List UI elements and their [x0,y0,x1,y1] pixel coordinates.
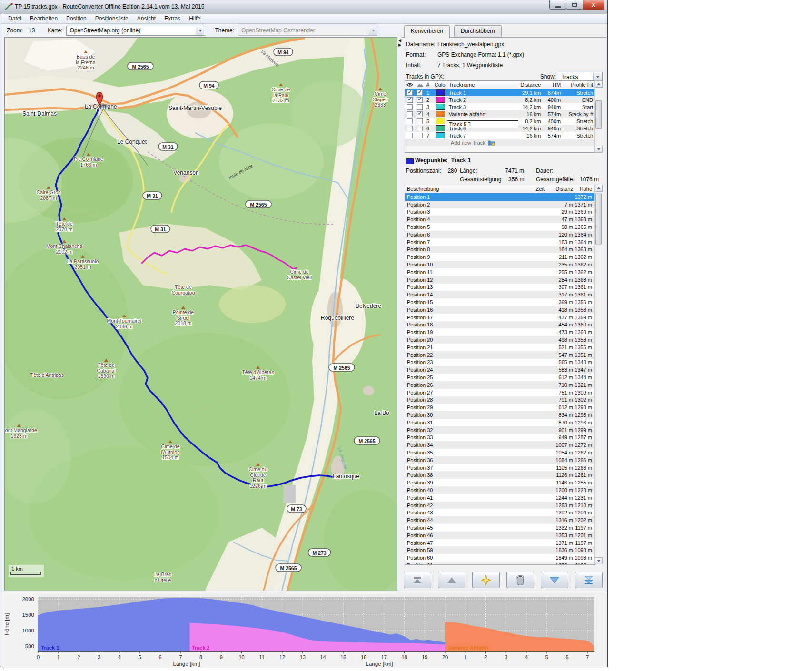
track-row[interactable]: 3Track 314,2 km940mStart [405,103,595,110]
track-visible-cell[interactable] [405,133,415,138]
position-row[interactable]: Position 30834 m1295 m [405,411,595,419]
position-row[interactable]: Position 31870 m1296 m [405,419,595,426]
track-profile-cell[interactable] [415,133,425,138]
position-row[interactable]: Position 17437 m1359 m [405,314,595,321]
show-select-arrow[interactable] [593,73,602,81]
track-color-swatch[interactable] [436,97,445,103]
position-row[interactable]: Position 32901 m1299 m [405,426,595,434]
position-row[interactable]: Position 329 m1369 m [405,208,595,216]
position-row[interactable]: Position 8184 m1363 m [405,246,595,254]
track-color-swatch[interactable] [436,118,445,124]
position-row[interactable]: Position 421283 m1210 m [405,502,595,509]
track-name-cell[interactable]: Track 1 [447,90,515,96]
position-row[interactable]: Position 381126 m1261 m [405,471,595,479]
scrollbar-thumb[interactable] [595,193,602,245]
position-row[interactable]: Position 431302 m1204 m [405,509,595,516]
position-row[interactable]: Position 6120 m1364 m [405,231,595,238]
move-down-button[interactable] [541,572,568,588]
profile-checkbox[interactable] [417,90,423,96]
menu-item-position[interactable]: Position [62,14,91,23]
hm-column-header[interactable]: HM [541,82,561,88]
track-color-cell[interactable] [435,97,447,103]
track-visible-cell[interactable] [405,118,415,124]
position-row[interactable]: Position 27 m1371 m [405,201,595,208]
position-row[interactable]: Position 361084 m1266 m [405,456,595,464]
track-color-swatch[interactable] [436,111,445,117]
position-row[interactable]: Position 24583 m1347 m [405,366,595,374]
position-row[interactable]: Position 11255 m1362 m [405,268,595,276]
track-profile-cell[interactable] [415,90,425,96]
tab-durchstoebern[interactable]: Durchstöbern [454,25,502,37]
track-profile-cell[interactable] [415,104,425,110]
visibility-checkbox[interactable] [407,118,413,124]
delete-position-button[interactable] [506,572,534,588]
position-row[interactable]: Position 19473 m1360 m [405,328,595,336]
track-profile-cell[interactable] [415,126,425,131]
move-to-bottom-button[interactable] [575,572,603,588]
track-name-cell[interactable]: Variante abfahrt [447,111,515,117]
track-color-swatch[interactable] [436,104,445,110]
profile-checkbox[interactable] [417,118,423,124]
position-row[interactable]: Position 18454 m1360 m [405,321,595,329]
position-row[interactable]: Position 601849 m1098 m [405,554,595,562]
visibility-checkbox[interactable] [407,97,413,103]
position-row[interactable]: Position 29812 m1298 m [405,404,595,411]
track-visible-cell[interactable] [405,111,415,117]
num-column-header[interactable]: # [425,82,435,88]
position-row[interactable]: Position 391146 m1255 m [405,479,595,486]
track-name-cell[interactable]: Track 7 [447,133,515,138]
trackname-column-header[interactable]: Trackname [447,82,515,88]
scroll-up-button[interactable] [595,185,603,192]
theme-select[interactable]: OpenStreetMap Osmarender [238,26,378,36]
map-view[interactable]: M 2565M 94M 94M 2565M 31M 31M 31M 2565M … [4,37,397,592]
positions-table-header[interactable]: Beschreibung Zeit Distanz Höhe [405,185,595,193]
position-row[interactable]: Position 10235 m1362 m [405,261,595,268]
minimize-button[interactable] [549,0,566,10]
position-row[interactable]: Position 401200 m1228 m [405,486,595,494]
track-color-cell[interactable] [435,132,447,138]
position-row[interactable]: Position 441316 m1202 m [405,516,595,524]
tab-konvertieren[interactable]: Konvertieren [404,25,450,38]
add-position-button[interactable] [472,572,500,588]
scroll-down-button[interactable] [595,146,603,153]
track-row[interactable]: 1Track 129,1 km874mStretch [405,89,595,96]
add-new-track-row[interactable]: Add new Track [405,139,595,146]
track-color-cell[interactable] [435,125,447,131]
visibility-checkbox[interactable] [407,126,413,131]
positions-scrollbar[interactable] [594,185,603,564]
visibility-checkbox[interactable] [407,133,413,138]
track-row[interactable]: 4Variante abfahrt16 km574mStack by # [405,110,595,118]
color-column-header[interactable]: Color [435,82,447,88]
position-row[interactable]: Position 13307 m1361 m [405,284,595,291]
profile-checkbox[interactable] [417,133,423,138]
track-color-cell[interactable] [435,104,447,110]
track-color-cell[interactable] [435,111,447,117]
profile-checkbox[interactable] [417,104,423,110]
scroll-down-button[interactable] [595,557,603,564]
position-row[interactable]: Position 611873 m1105 m [405,562,595,564]
title-bar[interactable]: TP 15 tracks.gpx - RouteConverter Offlin… [0,0,607,14]
visibility-checkbox[interactable] [407,111,413,117]
track-color-cell[interactable] [435,89,447,96]
position-row[interactable]: Position 28791 m1302 m [405,396,595,404]
visibility-checkbox[interactable] [407,90,413,96]
scroll-up-button[interactable] [595,80,603,88]
track-visible-cell[interactable] [405,90,415,96]
track-color-swatch[interactable] [436,132,445,138]
close-button[interactable]: ✕ [583,0,604,10]
track-visible-cell[interactable] [405,104,415,110]
position-row[interactable]: Position 26710 m1321 m [405,381,595,389]
position-row[interactable]: Position 447 m1368 m [405,216,595,223]
position-row[interactable]: Position 23565 m1348 m [405,359,595,366]
track-color-swatch[interactable] [436,125,445,131]
menu-item-datei[interactable]: Datei [4,14,26,23]
move-up-button[interactable] [438,572,465,588]
map-select[interactable]: OpenStreetMap.org (online) [66,26,205,36]
move-to-top-button[interactable] [404,572,431,588]
track-row[interactable]: 7Track 716 km574mStretch [405,132,595,139]
profile-checkbox[interactable] [417,97,423,103]
position-row[interactable]: Position 12284 m1363 m [405,276,595,284]
maximize-button[interactable] [566,0,583,10]
position-row[interactable]: Position 22547 m1351 m [405,351,595,359]
position-row[interactable]: Position 461353 m1201 m [405,532,595,539]
